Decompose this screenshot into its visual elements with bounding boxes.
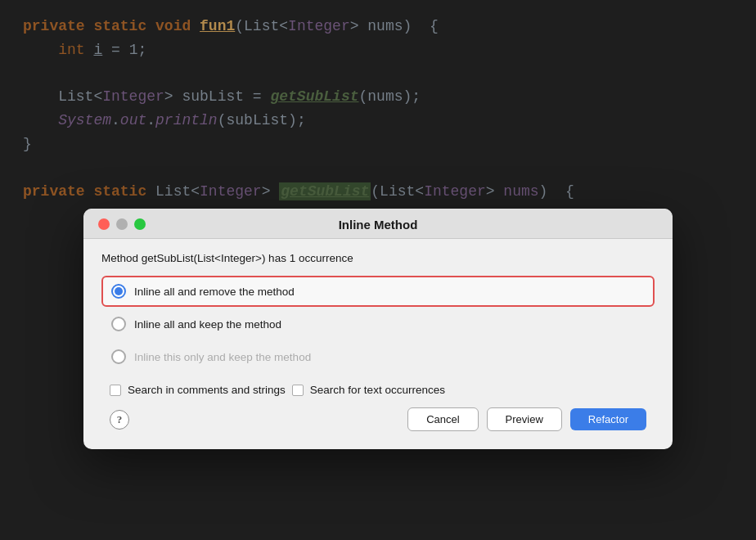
modal-title: Inline Method [339,218,418,232]
radio-button-2[interactable] [111,349,126,364]
checkbox-text[interactable] [292,385,304,396]
checkbox-text-label: Search for text occurrences [310,384,445,396]
modal-body: Method getSubList(List<Integer>) has 1 o… [83,239,673,449]
preview-button[interactable]: Preview [487,407,562,431]
minimize-button[interactable] [116,218,128,230]
radio-label-1: Inline all and keep the method [134,318,281,331]
modal-buttons: ? Cancel Preview Refactor [101,407,655,434]
modal-overlay: Inline Method Method getSubList(List<Int… [0,0,756,540]
modal-titlebar: Inline Method [83,209,673,239]
help-button[interactable]: ? [110,410,129,430]
checkbox-comments-label: Search in comments and strings [128,384,286,396]
checkbox-comments[interactable] [110,385,121,396]
cancel-button[interactable]: Cancel [407,407,478,431]
radio-option-2[interactable]: Inline this only and keep the method [101,341,655,372]
inline-method-dialog: Inline Method Method getSubList(List<Int… [83,209,673,449]
maximize-button[interactable] [134,218,146,230]
radio-label-0: Inline all and remove the method [134,286,295,298]
close-button[interactable] [98,218,110,230]
radio-button-0[interactable] [111,284,126,299]
refactor-button[interactable]: Refactor [570,408,646,430]
window-controls [98,218,146,230]
modal-description: Method getSubList(List<Integer>) has 1 o… [101,252,655,264]
radio-option-0[interactable]: Inline all and remove the method [101,276,655,307]
checkboxes-row: Search in comments and strings Search fo… [101,384,655,396]
radio-option-1[interactable]: Inline all and keep the method [101,308,655,340]
radio-label-2: Inline this only and keep the method [134,351,311,363]
radio-button-1[interactable] [111,317,126,331]
